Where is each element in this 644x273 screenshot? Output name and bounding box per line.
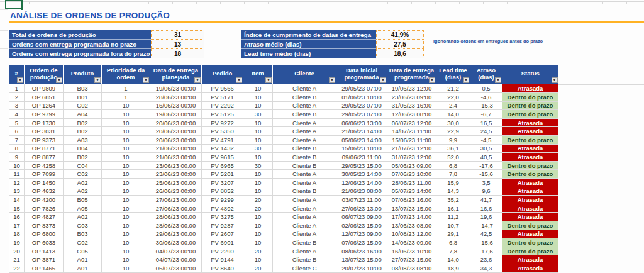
cell-data-entrega-programada[interactable]: 13/06/23 08:00	[387, 221, 436, 230]
cell-data-entrega-programada[interactable]: 28/06/23 11:00	[387, 179, 436, 187]
cell-data-entrega-programada[interactable]: 21/07/23 12:00	[387, 144, 436, 153]
cell-row-num[interactable]: 13	[9, 187, 25, 196]
cell-item[interactable]: 20	[243, 196, 273, 204]
status-badge[interactable]: Atrasada	[502, 187, 558, 196]
cell-atraso[interactable]: -4,5	[470, 136, 502, 145]
cell-produto[interactable]: A04	[64, 110, 102, 119]
cell-item[interactable]: 20	[243, 204, 273, 213]
cell-atraso[interactable]: 41,7	[470, 196, 502, 204]
cell-pedido[interactable]: PV 3207	[202, 179, 243, 187]
cell-ordem-producao[interactable]: OP 8373	[25, 221, 64, 230]
cell-data-entrega-programada[interactable]: 27/07/23 15:00	[387, 255, 436, 264]
cell-lead-time[interactable]: 35,2	[436, 196, 470, 204]
cell-prioridade[interactable]: 10	[102, 144, 150, 153]
cell-cliente[interactable]: Cliente A	[273, 196, 336, 204]
cell-data-entrega-planejada[interactable]: 04/07/23 00:00	[150, 255, 202, 264]
cell-data-entrega-planejada[interactable]: 26/06/23 00:00	[150, 187, 202, 196]
cell-cliente[interactable]: Cliente A	[273, 136, 336, 145]
status-badge[interactable]: Atrasada	[502, 118, 558, 127]
cell-atraso[interactable]: 3,5	[470, 179, 502, 187]
cell-cliente[interactable]: Cliente B	[273, 161, 336, 170]
cell-ordem-producao[interactable]: OP 6033	[25, 238, 64, 247]
cell-cliente[interactable]: Cliente A	[273, 170, 336, 179]
cell-lead-time[interactable]: 6,8	[436, 238, 470, 247]
cell-produto[interactable]: B01	[64, 93, 102, 102]
cell-produto[interactable]: A01	[64, 264, 102, 272]
status-badge[interactable]: Dentro do prazo	[502, 161, 558, 170]
cell-atraso[interactable]: -15,6	[470, 170, 502, 179]
cell-ordem-producao[interactable]: OP 4200	[25, 196, 64, 204]
selected-cell-indicator[interactable]	[5, 0, 23, 9]
cell-data-entrega-planejada[interactable]: 30/06/23 00:00	[150, 238, 202, 247]
cell-prioridade[interactable]: 10	[102, 247, 150, 255]
cell-prioridade[interactable]: 10	[102, 127, 150, 136]
cell-lead-time[interactable]: 52,0	[436, 153, 470, 162]
cell-data-entrega-planejada[interactable]: 04/07/23 00:00	[150, 247, 202, 255]
cell-row-num[interactable]: 19	[9, 238, 25, 247]
cell-lead-time[interactable]: 14,3	[436, 187, 470, 196]
cell-ordem-producao[interactable]: OP 9809	[25, 84, 64, 93]
cell-data-entrega-planejada[interactable]: 28/06/23 00:00	[150, 93, 202, 102]
cell-item[interactable]: 10	[243, 221, 273, 230]
cell-row-num[interactable]: 5	[9, 118, 25, 127]
cell-prioridade[interactable]: 10	[102, 238, 150, 247]
cell-row-num[interactable]: 9	[9, 153, 25, 162]
cell-lead-time[interactable]: 15,9	[436, 179, 470, 187]
cell-row-num[interactable]: 14	[9, 196, 25, 204]
cell-data-entrega-programada[interactable]: 16/06/23 10:00	[387, 247, 436, 255]
status-badge[interactable]: Dentro do prazo	[502, 101, 558, 110]
cell-cliente[interactable]: Cliente A	[273, 118, 336, 127]
cell-pedido[interactable]: PV 5171	[202, 93, 243, 102]
cell-cliente[interactable]: Cliente A	[273, 127, 336, 136]
cell-cliente[interactable]: Cliente B	[273, 144, 336, 153]
cell-ordem-producao[interactable]: OP 4827	[25, 213, 64, 221]
cell-item[interactable]: 10	[243, 255, 273, 264]
cell-row-num[interactable]: 7	[9, 136, 25, 145]
cell-data-entrega-planejada[interactable]: 20/06/23 00:00	[150, 136, 202, 145]
cell-produto[interactable]: A03	[64, 136, 102, 145]
filter-dropdown-icon[interactable]: ▼	[236, 77, 242, 83]
cell-pedido[interactable]: PV 9287	[202, 221, 243, 230]
cell-data-entrega-programada[interactable]: 15/06/23 11:00	[387, 136, 436, 145]
summary-value-cell[interactable]: 41,9%	[376, 30, 424, 40]
cell-ordem-producao[interactable]: OP 9799	[25, 110, 64, 119]
cell-atraso[interactable]: -15,6	[470, 238, 502, 247]
cell-pedido[interactable]: PV 8640	[202, 264, 243, 272]
cell-data-entrega-programada[interactable]: 17/07/23 14:00	[387, 213, 436, 221]
cell-prioridade[interactable]: 1	[102, 84, 150, 93]
cell-pedido[interactable]: PV 4791	[202, 136, 243, 145]
cell-data-entrega-planejada[interactable]: 21/06/23 00:00	[150, 144, 202, 153]
cell-data-entrega-planejada[interactable]: 20/06/23 00:00	[150, 127, 202, 136]
cell-lead-time[interactable]: 14,0	[436, 255, 470, 264]
cell-data-inicial-programada[interactable]: 03/07/23 11:00	[336, 196, 387, 204]
cell-item[interactable]: 10	[243, 179, 273, 187]
cell-ordem-producao[interactable]: OP 1413	[25, 247, 64, 255]
cell-cliente[interactable]: Cliente A	[273, 84, 336, 93]
cell-row-num[interactable]: 6	[9, 127, 25, 136]
cell-row-num[interactable]: 22	[9, 264, 25, 272]
cell-ordem-producao[interactable]: OP 1730	[25, 118, 64, 127]
cell-atraso[interactable]: 0,5	[470, 84, 502, 93]
cell-data-inicial-programada[interactable]: 13/07/23 15:00	[336, 255, 387, 264]
filter-dropdown-icon[interactable]: ▼	[56, 77, 62, 83]
cell-item[interactable]: 20	[243, 264, 273, 272]
cell-lead-time[interactable]: 6,8	[436, 161, 470, 170]
cell-row-num[interactable]: 3	[9, 101, 25, 110]
cell-produto[interactable]: C04	[64, 161, 102, 170]
cell-pedido[interactable]: PV 9144	[202, 255, 243, 264]
cell-ordem-producao[interactable]: OP 9373	[25, 136, 64, 145]
cell-pedido[interactable]: PV 8852	[202, 187, 243, 196]
cell-row-num[interactable]: 20	[9, 247, 25, 255]
filter-dropdown-icon[interactable]: ▼	[194, 77, 201, 83]
cell-row-num[interactable]: 8	[9, 144, 25, 153]
cell-atraso[interactable]: 23,6	[470, 255, 502, 264]
cell-data-entrega-planejada[interactable]: 25/06/23 00:00	[150, 179, 202, 187]
cell-data-entrega-programada[interactable]: 06/07/23 12:00	[387, 118, 436, 127]
cell-lead-time[interactable]: 7,8	[436, 170, 470, 179]
cell-data-entrega-planejada[interactable]: 19/06/23 00:00	[150, 84, 202, 93]
cell-item[interactable]: 10	[243, 101, 273, 110]
cell-data-entrega-planejada[interactable]: 19/06/23 00:00	[150, 110, 202, 119]
cell-prioridade[interactable]: 10	[102, 196, 150, 204]
cell-produto[interactable]: A02	[64, 187, 102, 196]
cell-produto[interactable]: C05	[64, 247, 102, 255]
